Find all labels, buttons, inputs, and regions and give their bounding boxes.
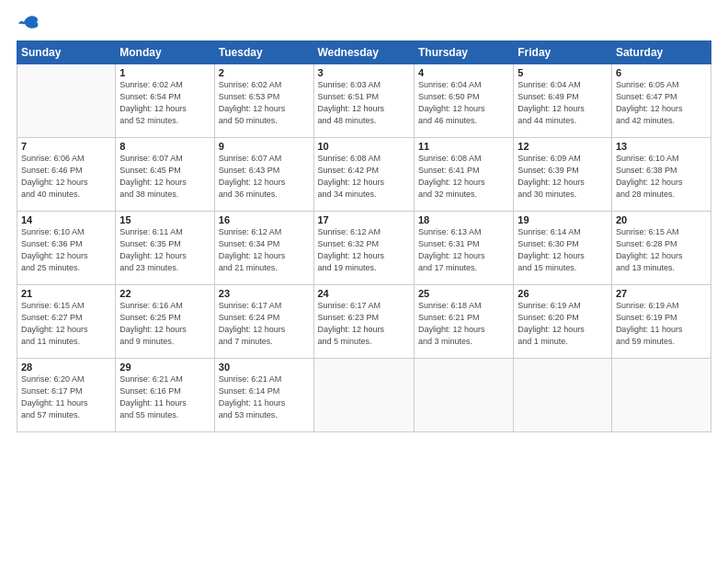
day-number: 3: [318, 67, 410, 78]
calendar-cell: 24Sunrise: 6:17 AM Sunset: 6:23 PM Dayli…: [313, 285, 414, 359]
calendar-cell: 12Sunrise: 6:09 AM Sunset: 6:39 PM Dayli…: [514, 138, 612, 212]
day-number: 27: [616, 288, 707, 299]
page-header: [17, 15, 711, 31]
calendar-cell: 26Sunrise: 6:19 AM Sunset: 6:20 PM Dayli…: [514, 285, 612, 359]
calendar-week-row: 28Sunrise: 6:20 AM Sunset: 6:17 PM Dayli…: [17, 359, 711, 432]
calendar-cell: 14Sunrise: 6:10 AM Sunset: 6:36 PM Dayli…: [17, 212, 116, 285]
day-info: Sunrise: 6:16 AM Sunset: 6:25 PM Dayligh…: [119, 300, 210, 348]
calendar-cell: 20Sunrise: 6:15 AM Sunset: 6:28 PM Dayli…: [611, 212, 711, 285]
calendar-cell: 25Sunrise: 6:18 AM Sunset: 6:21 PM Dayli…: [414, 285, 513, 359]
calendar-week-row: 21Sunrise: 6:15 AM Sunset: 6:27 PM Dayli…: [17, 285, 711, 359]
calendar-header-sunday: Sunday: [17, 41, 116, 64]
calendar-header-wednesday: Wednesday: [313, 41, 414, 64]
day-info: Sunrise: 6:02 AM Sunset: 6:53 PM Dayligh…: [219, 79, 310, 127]
day-info: Sunrise: 6:11 AM Sunset: 6:35 PM Dayligh…: [119, 226, 210, 274]
calendar-week-row: 7Sunrise: 6:06 AM Sunset: 6:46 PM Daylig…: [17, 138, 711, 212]
day-number: 14: [21, 214, 111, 225]
day-info: Sunrise: 6:21 AM Sunset: 6:14 PM Dayligh…: [219, 373, 310, 421]
day-info: Sunrise: 6:04 AM Sunset: 6:49 PM Dayligh…: [518, 79, 608, 127]
logo: [17, 15, 39, 31]
day-number: 22: [119, 288, 210, 299]
day-number: 25: [418, 288, 509, 299]
day-number: 13: [616, 141, 707, 152]
day-number: 20: [616, 214, 707, 225]
day-info: Sunrise: 6:19 AM Sunset: 6:20 PM Dayligh…: [518, 300, 608, 348]
calendar-cell: 29Sunrise: 6:21 AM Sunset: 6:16 PM Dayli…: [116, 359, 214, 432]
calendar-week-row: 14Sunrise: 6:10 AM Sunset: 6:36 PM Dayli…: [17, 212, 711, 285]
calendar-cell: [414, 359, 513, 432]
day-number: 9: [219, 141, 310, 152]
day-info: Sunrise: 6:10 AM Sunset: 6:38 PM Dayligh…: [616, 153, 707, 201]
calendar-cell: [313, 359, 414, 432]
day-info: Sunrise: 6:15 AM Sunset: 6:28 PM Dayligh…: [616, 226, 707, 274]
day-info: Sunrise: 6:09 AM Sunset: 6:39 PM Dayligh…: [518, 153, 608, 201]
day-info: Sunrise: 6:07 AM Sunset: 6:45 PM Dayligh…: [119, 153, 210, 201]
day-number: 29: [119, 362, 210, 373]
day-info: Sunrise: 6:06 AM Sunset: 6:46 PM Dayligh…: [21, 153, 111, 201]
day-number: 11: [418, 141, 509, 152]
day-number: 12: [518, 141, 608, 152]
calendar-cell: 19Sunrise: 6:14 AM Sunset: 6:30 PM Dayli…: [514, 212, 612, 285]
calendar-cell: 7Sunrise: 6:06 AM Sunset: 6:46 PM Daylig…: [17, 138, 116, 212]
calendar-cell: 22Sunrise: 6:16 AM Sunset: 6:25 PM Dayli…: [116, 285, 214, 359]
day-info: Sunrise: 6:12 AM Sunset: 6:32 PM Dayligh…: [318, 226, 410, 274]
calendar-cell: 11Sunrise: 6:08 AM Sunset: 6:41 PM Dayli…: [414, 138, 513, 212]
calendar-header-saturday: Saturday: [611, 41, 711, 64]
day-info: Sunrise: 6:17 AM Sunset: 6:24 PM Dayligh…: [219, 300, 310, 348]
day-number: 24: [318, 288, 410, 299]
calendar-cell: 27Sunrise: 6:19 AM Sunset: 6:19 PM Dayli…: [611, 285, 711, 359]
day-info: Sunrise: 6:15 AM Sunset: 6:27 PM Dayligh…: [21, 300, 111, 348]
day-info: Sunrise: 6:04 AM Sunset: 6:50 PM Dayligh…: [418, 79, 509, 127]
day-info: Sunrise: 6:20 AM Sunset: 6:17 PM Dayligh…: [21, 373, 111, 421]
calendar-cell: 3Sunrise: 6:03 AM Sunset: 6:51 PM Daylig…: [313, 64, 414, 138]
day-info: Sunrise: 6:05 AM Sunset: 6:47 PM Dayligh…: [616, 79, 707, 127]
day-info: Sunrise: 6:19 AM Sunset: 6:19 PM Dayligh…: [616, 300, 707, 348]
day-info: Sunrise: 6:07 AM Sunset: 6:43 PM Dayligh…: [219, 153, 310, 201]
day-number: 2: [219, 67, 310, 78]
day-info: Sunrise: 6:13 AM Sunset: 6:31 PM Dayligh…: [418, 226, 509, 274]
day-number: 16: [219, 214, 310, 225]
calendar-header-monday: Monday: [116, 41, 214, 64]
day-number: 23: [219, 288, 310, 299]
calendar-cell: 9Sunrise: 6:07 AM Sunset: 6:43 PM Daylig…: [214, 138, 313, 212]
calendar-cell: 1Sunrise: 6:02 AM Sunset: 6:54 PM Daylig…: [116, 64, 214, 138]
day-number: 4: [418, 67, 509, 78]
calendar-body: 1Sunrise: 6:02 AM Sunset: 6:54 PM Daylig…: [17, 64, 711, 432]
calendar-cell: 17Sunrise: 6:12 AM Sunset: 6:32 PM Dayli…: [313, 212, 414, 285]
calendar-cell: 16Sunrise: 6:12 AM Sunset: 6:34 PM Dayli…: [214, 212, 313, 285]
day-info: Sunrise: 6:21 AM Sunset: 6:16 PM Dayligh…: [119, 373, 210, 421]
day-info: Sunrise: 6:14 AM Sunset: 6:30 PM Dayligh…: [518, 226, 608, 274]
day-number: 8: [119, 141, 210, 152]
day-info: Sunrise: 6:03 AM Sunset: 6:51 PM Dayligh…: [318, 79, 410, 127]
day-number: 15: [119, 214, 210, 225]
day-number: 17: [318, 214, 410, 225]
calendar: SundayMondayTuesdayWednesdayThursdayFrid…: [17, 40, 711, 432]
calendar-cell: 30Sunrise: 6:21 AM Sunset: 6:14 PM Dayli…: [214, 359, 313, 432]
day-info: Sunrise: 6:17 AM Sunset: 6:23 PM Dayligh…: [318, 300, 410, 348]
day-number: 10: [318, 141, 410, 152]
day-info: Sunrise: 6:10 AM Sunset: 6:36 PM Dayligh…: [21, 226, 111, 274]
calendar-cell: 10Sunrise: 6:08 AM Sunset: 6:42 PM Dayli…: [313, 138, 414, 212]
calendar-week-row: 1Sunrise: 6:02 AM Sunset: 6:54 PM Daylig…: [17, 64, 711, 138]
logo-bird-icon: [18, 15, 39, 35]
calendar-cell: [514, 359, 612, 432]
day-number: 5: [518, 67, 608, 78]
day-info: Sunrise: 6:02 AM Sunset: 6:54 PM Dayligh…: [119, 79, 210, 127]
day-info: Sunrise: 6:08 AM Sunset: 6:41 PM Dayligh…: [418, 153, 509, 201]
day-info: Sunrise: 6:18 AM Sunset: 6:21 PM Dayligh…: [418, 300, 509, 348]
calendar-cell: 28Sunrise: 6:20 AM Sunset: 6:17 PM Dayli…: [17, 359, 116, 432]
calendar-cell: 2Sunrise: 6:02 AM Sunset: 6:53 PM Daylig…: [214, 64, 313, 138]
calendar-cell: 15Sunrise: 6:11 AM Sunset: 6:35 PM Dayli…: [116, 212, 214, 285]
calendar-header-tuesday: Tuesday: [214, 41, 313, 64]
calendar-cell: 4Sunrise: 6:04 AM Sunset: 6:50 PM Daylig…: [414, 64, 513, 138]
calendar-header-row: SundayMondayTuesdayWednesdayThursdayFrid…: [17, 41, 711, 64]
calendar-cell: [17, 64, 116, 138]
calendar-cell: [611, 359, 711, 432]
day-number: 6: [616, 67, 707, 78]
calendar-cell: 5Sunrise: 6:04 AM Sunset: 6:49 PM Daylig…: [514, 64, 612, 138]
day-number: 18: [418, 214, 509, 225]
calendar-cell: 8Sunrise: 6:07 AM Sunset: 6:45 PM Daylig…: [116, 138, 214, 212]
day-number: 28: [21, 362, 111, 373]
day-number: 21: [21, 288, 111, 299]
calendar-cell: 21Sunrise: 6:15 AM Sunset: 6:27 PM Dayli…: [17, 285, 116, 359]
